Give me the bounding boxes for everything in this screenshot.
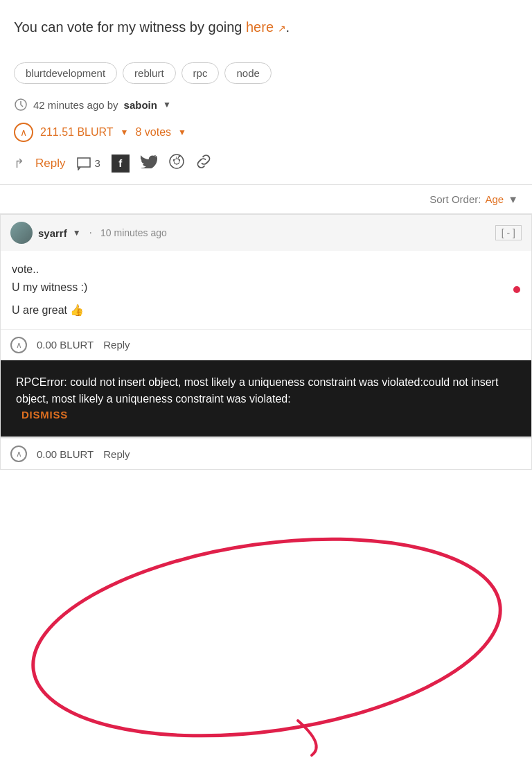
comment-footer-1: ∧ 0.00 BLURT Reply: [1, 329, 531, 360]
svg-point-5: [179, 155, 180, 157]
here-link[interactable]: here ↗: [246, 19, 286, 35]
top-text: You can vote for my witness by going her…: [14, 17, 518, 37]
error-toast: RPCError: could not insert object, most …: [1, 360, 531, 437]
comment-count: 3: [94, 157, 100, 169]
comment-author-dropdown-1[interactable]: ▼: [73, 228, 81, 238]
vote-amount-dropdown[interactable]: ▼: [121, 127, 129, 137]
vote-section: ∧ 211.51 BLURT ▼ 8 votes ▼: [0, 117, 532, 148]
reply-button[interactable]: Reply: [35, 157, 65, 170]
external-icon: ↗: [278, 23, 286, 34]
svg-point-3: [173, 159, 175, 161]
vote-count: 8 votes: [135, 126, 171, 139]
error-message: RPCError: could not insert object, most …: [16, 374, 516, 407]
comment-time-1: 10 minutes ago: [100, 227, 167, 238]
svg-point-4: [179, 159, 180, 161]
sort-section: Sort Order: Age ▼: [0, 185, 532, 213]
sort-label: Sort Order:: [429, 193, 481, 205]
tag-node[interactable]: node: [224, 62, 271, 84]
dismiss-button[interactable]: DISMISS: [21, 407, 68, 423]
top-text-before: You can vote for my witness by going: [14, 19, 246, 35]
comment-upvote-1[interactable]: ∧: [10, 337, 27, 353]
tag-reblurt[interactable]: reblurt: [123, 62, 176, 84]
comment-body-wrapper-1: vote.. U my witness :) U are great 👍: [1, 251, 531, 329]
tags-section: blurtdevelopment reblurt rpc node: [0, 49, 532, 92]
comment-header-1: syarrf ▼ · 10 minutes ago [ - ]: [1, 215, 531, 251]
clock-icon: [14, 98, 28, 112]
notification-dot: [513, 286, 520, 293]
sort-dropdown-icon[interactable]: ▼: [508, 193, 518, 205]
comment-amount-1: 0.00 BLURT: [37, 339, 94, 351]
comment-author-info-1: syarrf ▼ · 10 minutes ago: [10, 222, 167, 244]
comment-card-1: syarrf ▼ · 10 minutes ago [ - ] vote.. U…: [0, 214, 532, 437]
meta-section: 42 minutes ago by saboin ▼: [0, 92, 532, 117]
top-text-after: .: [286, 19, 290, 35]
comment-icon-wrapper: 3: [76, 157, 100, 170]
comments-section: syarrf ▼ · 10 minutes ago [ - ] vote.. U…: [0, 213, 532, 470]
twitter-icon[interactable]: [141, 155, 157, 172]
avatar-1: [10, 222, 33, 244]
share-icon[interactable]: ↱: [14, 156, 24, 171]
vote-count-dropdown[interactable]: ▼: [178, 127, 186, 137]
collapse-button-1[interactable]: [ - ]: [495, 225, 522, 240]
comment-reply-button-2[interactable]: Reply: [103, 448, 130, 460]
actions-section: ↱ Reply 3 f: [0, 148, 532, 184]
comment-reply-button-1[interactable]: Reply: [103, 339, 130, 351]
error-toast-inner: RPCError: could not insert object, most …: [16, 374, 516, 423]
page-container: You can vote for my witness by going her…: [0, 0, 532, 470]
sort-value[interactable]: Age: [485, 193, 504, 205]
comment-card-2: ∧ 0.00 BLURT Reply: [0, 437, 532, 470]
top-section: You can vote for my witness by going her…: [0, 0, 532, 49]
comment-upvote-2[interactable]: ∧: [10, 446, 27, 462]
comment-amount-2: 0.00 BLURT: [37, 448, 94, 460]
comment-body-1: vote.. U my witness :) U are great 👍: [1, 251, 531, 329]
upvote-button[interactable]: ∧: [14, 123, 33, 142]
tag-blurtdevelopment[interactable]: blurtdevelopment: [14, 62, 117, 84]
comment-icon: [76, 157, 91, 170]
reddit-icon[interactable]: [168, 153, 185, 173]
vote-amount: 211.51 BLURT: [40, 126, 114, 139]
tag-rpc[interactable]: rpc: [181, 62, 220, 84]
post-time: 42 minutes ago by: [33, 99, 118, 111]
comment-author-1[interactable]: syarrf: [38, 227, 67, 239]
post-author[interactable]: saboin: [124, 99, 157, 111]
comment-footer-2: ∧ 0.00 BLURT Reply: [1, 438, 531, 469]
link-icon[interactable]: [196, 154, 211, 173]
facebook-icon[interactable]: f: [112, 155, 130, 173]
author-dropdown[interactable]: ▼: [163, 100, 171, 109]
